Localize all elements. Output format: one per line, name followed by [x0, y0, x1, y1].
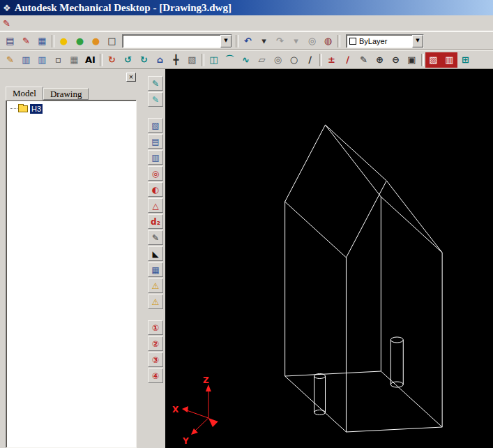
part-modeling-toolbar: ✎✎▧▤▥◎◐△d₂✎◣▦⚠⚠①②③④: [147, 69, 164, 448]
menu-modify[interactable]: [72, 21, 82, 25]
select-arrow-icon[interactable]: ◣: [148, 246, 163, 261]
append-sketch-icon[interactable]: ▤: [148, 134, 163, 149]
menu-design[interactable]: [62, 21, 72, 25]
rotate-ccw-icon[interactable]: ↺: [120, 52, 136, 68]
tab-model[interactable]: Model: [6, 87, 43, 100]
app-window: ❖ Autodesk Mechanical Desktop - [Drawing…: [0, 0, 493, 448]
text-style-icon[interactable]: AI: [82, 52, 98, 68]
bom-database-icon[interactable]: ▥: [441, 52, 457, 68]
home-view-icon[interactable]: ⌂: [152, 52, 168, 68]
menu-part[interactable]: [91, 21, 101, 25]
cylinder-boss-2[interactable]: [390, 337, 403, 387]
update-assembly-warning-icon[interactable]: ⚠: [148, 294, 163, 309]
undo-dropdown-icon[interactable]: ▾: [256, 33, 272, 49]
sweep-feature-icon[interactable]: △: [148, 198, 163, 213]
color-combo-dropdown[interactable]: ▼: [412, 35, 423, 47]
menu-assist[interactable]: [52, 21, 62, 25]
tree-branch-line: [10, 108, 17, 109]
aerial-view-icon[interactable]: ◍: [320, 33, 336, 49]
layer-swatch-icon[interactable]: □: [104, 33, 120, 49]
revolve-feature-icon[interactable]: ◐: [148, 182, 163, 197]
zoom-window-icon[interactable]: ▧: [184, 52, 200, 68]
tab-drawing[interactable]: Drawing: [43, 88, 89, 100]
menu-edit[interactable]: [23, 21, 33, 25]
pan-realtime-icon[interactable]: ◎: [304, 33, 320, 49]
dimension-d2-icon[interactable]: d₂: [148, 214, 163, 229]
menu-items: [13, 21, 140, 25]
pan-icon[interactable]: ╋: [168, 52, 184, 68]
edit-dimension-icon[interactable]: ✎: [356, 52, 372, 68]
new-view-icon[interactable]: ▫: [50, 52, 66, 68]
mirror-icon[interactable]: ◫: [206, 52, 222, 68]
orbit-icon[interactable]: ↻: [104, 52, 120, 68]
layer-combo-dropdown[interactable]: ▼: [220, 35, 232, 47]
menu-insert[interactable]: [43, 21, 52, 25]
paste-features-icon[interactable]: ▥: [34, 52, 50, 68]
freeze-thaw-icon[interactable]: ●: [72, 33, 88, 49]
folder-icon: [18, 105, 28, 112]
menu-file[interactable]: [13, 21, 23, 25]
close-icon: ×: [129, 74, 133, 81]
zoom-out-icon[interactable]: ⊖: [388, 52, 404, 68]
revolve-icon[interactable]: ◎: [270, 52, 286, 68]
extrude-icon[interactable]: ▱: [254, 52, 270, 68]
standard-toolbar: ▤✎▦●●●□ ▼ ↶▾↷▾◎◍ ByLayer ▼: [0, 31, 493, 50]
menu-annotate[interactable]: [121, 21, 130, 25]
rotate-cw-icon[interactable]: ↻: [136, 52, 152, 68]
new-sketch-icon[interactable]: ✎: [148, 92, 163, 107]
color-combo[interactable]: ByLayer ▼: [346, 34, 424, 48]
hole-tool-4-icon[interactable]: ④: [148, 368, 163, 383]
match-properties-icon[interactable]: ✎: [18, 33, 34, 49]
hole-tool-2-icon[interactable]: ②: [148, 336, 163, 351]
sketch-view-icon[interactable]: ✎: [2, 52, 18, 68]
edit-sketch-icon[interactable]: ✎: [148, 230, 163, 245]
profile-icon[interactable]: ▧: [148, 118, 163, 133]
menu-surface[interactable]: [82, 21, 91, 25]
layer-manager-icon[interactable]: ▦: [34, 33, 50, 49]
close-panel-button[interactable]: ×: [126, 73, 136, 82]
fillet-icon[interactable]: ⌒: [222, 52, 238, 68]
extrude-feature-icon[interactable]: ◎: [148, 166, 163, 181]
design-table-icon[interactable]: ▦: [148, 262, 163, 277]
update-part-warning-icon[interactable]: ⚠: [148, 278, 163, 293]
zoom-extents-icon[interactable]: ▣: [404, 52, 420, 68]
tree-item-h3[interactable]: H3: [8, 103, 135, 114]
redo-icon[interactable]: ↷: [272, 33, 288, 49]
hole-tool-1-icon[interactable]: ①: [148, 320, 163, 335]
title-bar[interactable]: ❖ Autodesk Mechanical Desktop - [Drawing…: [0, 0, 493, 15]
options-grid-icon[interactable]: ⊞: [457, 52, 473, 68]
menu-bar: ✎: [0, 15, 493, 31]
spline-icon[interactable]: ∿: [238, 52, 254, 68]
menu-drawing[interactable]: [111, 21, 121, 25]
circle-icon[interactable]: ○: [286, 52, 302, 68]
power-dimension-icon[interactable]: ±: [324, 52, 340, 68]
layer-combo[interactable]: ▼: [122, 34, 232, 48]
redo-dropdown-icon[interactable]: ▾: [288, 33, 304, 49]
ucs-x-label: X: [172, 405, 179, 415]
browser-tree: H3: [6, 100, 137, 448]
desktop-browser-panel: × ModelDrawing H3: [6, 69, 137, 448]
zoom-in-icon[interactable]: ⊕: [372, 52, 388, 68]
window-title: Autodesk Mechanical Desktop - [Drawing3.…: [15, 2, 232, 14]
lock-layer-icon[interactable]: ●: [88, 33, 104, 49]
menu-content[interactable]: [130, 21, 140, 25]
cylinder-boss-1[interactable]: [314, 374, 326, 415]
drawing-canvas[interactable]: Z X Y: [165, 69, 493, 448]
menu-view[interactable]: [33, 21, 43, 25]
line-icon[interactable]: ∕: [302, 52, 318, 68]
hole-tool-3-icon[interactable]: ③: [148, 352, 163, 367]
leader-icon[interactable]: ∕: [340, 52, 356, 68]
wireframe-model[interactable]: [285, 125, 443, 432]
undo-icon[interactable]: ↶: [240, 33, 256, 49]
save-icon[interactable]: ▤: [2, 33, 18, 49]
grid-icon[interactable]: ▦: [66, 52, 82, 68]
lightbulb-icon[interactable]: ●: [56, 33, 72, 49]
ucs-y-label: Y: [182, 436, 189, 446]
canvas-svg: Z X Y: [165, 69, 493, 448]
copy-sketch-icon[interactable]: ▥: [148, 150, 163, 165]
menu-assembly[interactable]: [101, 21, 111, 25]
part-modeling-icon[interactable]: ✎: [148, 76, 163, 91]
copy-edges-icon[interactable]: ▥: [18, 52, 34, 68]
drawing-window-icon[interactable]: ✎: [3, 18, 10, 29]
mass-properties-icon[interactable]: ▨: [425, 52, 441, 68]
